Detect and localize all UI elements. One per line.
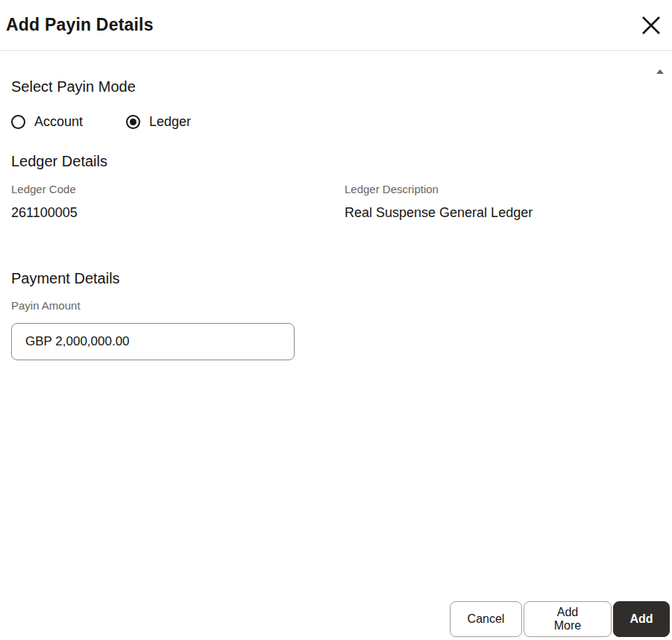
radio-label-account: Account (34, 114, 83, 130)
ledger-description-value: Real Suspense General Ledger (345, 205, 661, 221)
radio-label-ledger: Ledger (149, 114, 191, 130)
add-more-button[interactable]: Add More (524, 601, 612, 637)
radio-option-ledger[interactable]: Ledger (126, 114, 191, 130)
payin-amount-label: Payin Amount (11, 299, 661, 312)
payment-details-heading: Payment Details (11, 270, 661, 287)
radio-selected-icon (126, 115, 140, 129)
payin-amount-input[interactable] (11, 323, 295, 360)
scroll-up-arrow-icon[interactable] (656, 69, 664, 74)
ledger-details-heading: Ledger Details (11, 153, 661, 170)
radio-option-account[interactable]: Account (11, 114, 83, 130)
payin-mode-heading: Select Payin Mode (11, 78, 661, 95)
payin-mode-radio-group: Account Ledger (11, 114, 661, 130)
ledger-description-label: Ledger Description (345, 183, 661, 195)
ledger-description-field: Ledger Description Real Suspense General… (345, 183, 661, 221)
add-button[interactable]: Add (613, 601, 670, 637)
dialog-title: Add Payin Details (6, 15, 154, 35)
radio-unselected-icon (11, 115, 25, 129)
ledger-details-grid: Ledger Code 261100005 Ledger Description… (11, 183, 661, 221)
close-icon (640, 14, 662, 37)
dialog-footer: Cancel Add More Add (450, 601, 670, 637)
ledger-code-value: 261100005 (11, 205, 345, 221)
ledger-code-label: Ledger Code (11, 183, 345, 195)
dialog-content: Select Payin Mode Account Ledger Ledger … (0, 78, 672, 360)
close-button[interactable] (635, 9, 668, 42)
ledger-code-field: Ledger Code 261100005 (11, 183, 345, 221)
cancel-button[interactable]: Cancel (450, 601, 522, 637)
dialog-header: Add Payin Details (0, 0, 672, 51)
